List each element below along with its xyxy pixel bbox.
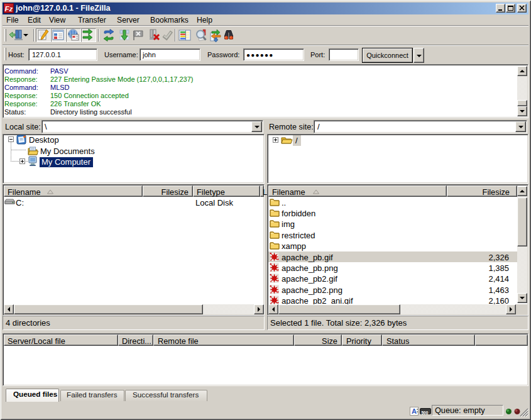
svg-text:Fz: Fz [5,5,13,13]
svg-text:500: 500 [422,411,429,415]
